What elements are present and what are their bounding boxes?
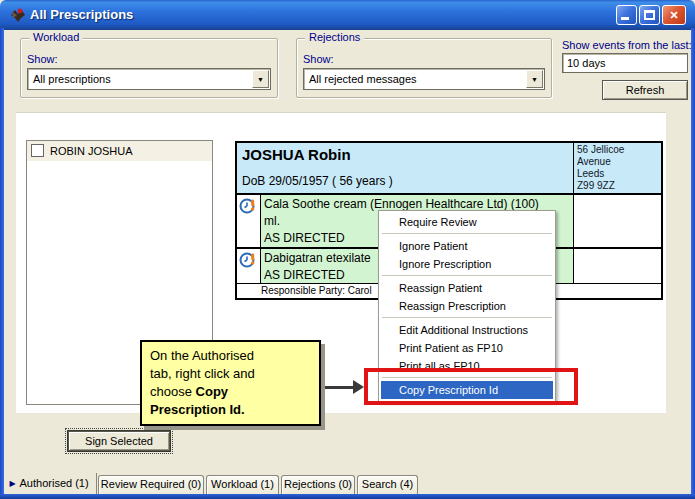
refresh-button[interactable]: Refresh <box>602 80 688 100</box>
address-line: Leeds <box>577 168 658 180</box>
window-title: All Prescriptions <box>30 7 133 22</box>
annotation-arrow <box>323 386 355 389</box>
clock-alert-icon <box>239 251 257 269</box>
menu-item-ignore-prescription[interactable]: Ignore Prescription <box>379 255 555 273</box>
close-icon: ✕ <box>669 9 678 21</box>
patient-name: JOSHUA Robin <box>242 146 351 163</box>
events-period-input[interactable] <box>562 53 688 73</box>
patient-dob: DoB 29/05/1957 ( 56 years ) <box>242 174 393 188</box>
chevron-down-icon[interactable]: ▼ <box>252 70 269 88</box>
callout-text: tab, right click and <box>150 366 255 381</box>
callout-text-bold: Prescription Id. <box>150 402 245 417</box>
app-window: All Prescriptions ✕ Workload Show: All p… <box>0 0 695 499</box>
close-button[interactable]: ✕ <box>662 5 686 25</box>
tab-strip: ▶Authorised (1) Review Required (0) Work… <box>0 473 695 494</box>
tab-label: Review Required (0) <box>101 478 201 490</box>
patient-header-main: JOSHUA Robin DoB 29/05/1957 ( 56 years ) <box>237 143 573 193</box>
tab-authorised[interactable]: ▶Authorised (1) <box>2 473 97 494</box>
tab-label: Search (4) <box>362 478 413 490</box>
tab-search[interactable]: Search (4) <box>357 475 418 494</box>
rejections-legend: Rejections <box>305 31 364 43</box>
tab-workload[interactable]: Workload (1) <box>206 475 279 494</box>
prescription-status-cell <box>573 195 661 247</box>
menu-item-reassign-prescription[interactable]: Reassign Prescription <box>379 297 555 315</box>
title-bar: All Prescriptions ✕ <box>0 0 695 30</box>
tab-review-required[interactable]: Review Required (0) <box>98 475 204 494</box>
patient-checkbox[interactable] <box>31 144 44 157</box>
prescription-icon-cell <box>237 195 260 247</box>
maximize-button[interactable] <box>639 5 660 25</box>
window-frame-right <box>691 28 695 499</box>
address-line: Z99 9ZZ <box>577 180 658 192</box>
workload-filter-value: All prescriptions <box>33 73 111 85</box>
rejections-filter-value: All rejected messages <box>309 73 417 85</box>
app-icon <box>9 6 27 24</box>
prescription-status-cell <box>573 249 661 283</box>
prescription-icon-cell <box>237 249 260 283</box>
list-item-robin-joshua[interactable]: ROBIN JOSHUA <box>27 141 212 161</box>
menu-item-ignore-patient[interactable]: Ignore Patient <box>379 237 555 255</box>
minimize-icon <box>621 17 629 20</box>
address-line: 56 Jellicoe Avenue <box>577 144 658 168</box>
rejections-show-label: Show: <box>303 53 334 65</box>
annotation-callout: On the Authorised tab, right click and c… <box>140 340 321 426</box>
clock-alert-icon <box>239 197 257 215</box>
patient-header-row: JOSHUA Robin DoB 29/05/1957 ( 56 years )… <box>237 143 661 193</box>
tab-label: Workload (1) <box>211 478 274 490</box>
workload-show-label: Show: <box>27 53 58 65</box>
minimize-button[interactable] <box>616 5 637 25</box>
patient-list-label: ROBIN JOSHUA <box>50 145 133 157</box>
menu-item-reassign-patient[interactable]: Reassign Patient <box>379 279 555 297</box>
workload-filter-dropdown[interactable]: All prescriptions ▼ <box>27 68 271 90</box>
callout-text: On the Authorised <box>150 348 254 363</box>
rejections-filter-dropdown[interactable]: All rejected messages ▼ <box>303 68 545 90</box>
annotation-highlight-box <box>364 368 578 405</box>
window-frame-left <box>0 28 4 499</box>
annotation-arrow-head <box>353 380 364 394</box>
events-period-label: Show events from the last: <box>562 39 692 51</box>
tab-label: Authorised (1) <box>20 477 89 489</box>
tab-label: Rejections (0) <box>284 478 352 490</box>
window-frame-bottom <box>0 494 695 499</box>
menu-separator <box>382 275 552 277</box>
active-tab-marker-icon: ▶ <box>9 479 15 488</box>
tab-rejections[interactable]: Rejections (0) <box>281 475 355 494</box>
workload-legend: Workload <box>29 31 83 43</box>
chevron-down-icon[interactable]: ▼ <box>526 70 543 88</box>
callout-text: choose <box>150 384 196 399</box>
sign-selected-button[interactable]: Sign Selected <box>68 431 170 451</box>
callout-text-bold: Copy <box>196 384 229 399</box>
menu-separator <box>382 317 552 319</box>
menu-item-print-patient-fp10[interactable]: Print Patient as FP10 <box>379 339 555 357</box>
menu-item-edit-additional-instructions[interactable]: Edit Additional Instructions <box>379 321 555 339</box>
menu-separator <box>382 233 552 235</box>
patient-address: 56 Jellicoe Avenue Leeds Z99 9ZZ <box>573 143 661 193</box>
maximize-icon <box>644 10 655 20</box>
menu-item-require-review[interactable]: Require Review <box>379 213 555 231</box>
